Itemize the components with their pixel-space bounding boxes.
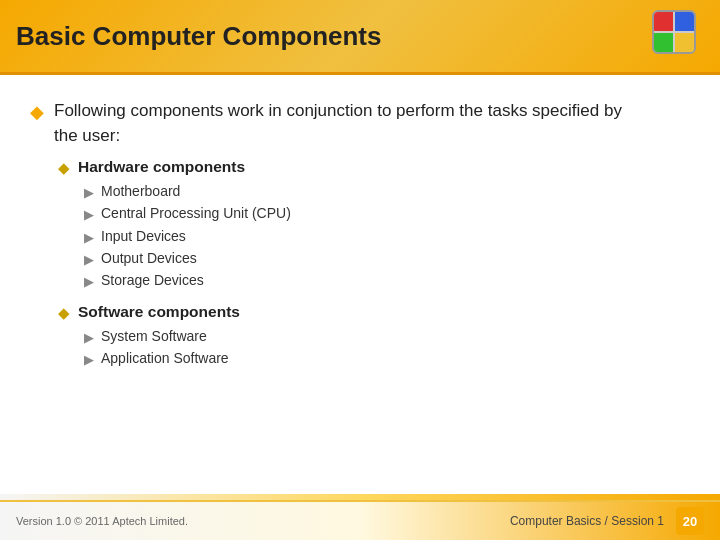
list-item: ▶ Output Devices <box>84 249 690 269</box>
hardware-item-4: Output Devices <box>101 249 197 269</box>
hardware-item-1: Motherboard <box>101 182 180 202</box>
bullet-icon-hardware: ◆ <box>58 157 70 178</box>
slide-footer: Version 1.0 © 2011 Aptech Limited. Compu… <box>0 500 720 540</box>
bullet-icon-intro: ◆ <box>30 101 44 124</box>
software-item-1: System Software <box>101 327 207 347</box>
software-items: ▶ System Software ▶ Application Software <box>84 327 690 369</box>
list-item: ▶ Application Software <box>84 349 690 369</box>
logo-block-green <box>654 33 673 52</box>
intro-item: ◆ Following components work in conjuncti… <box>30 99 690 148</box>
footer-course: Computer Basics / Session 1 <box>510 514 664 528</box>
hardware-items: ▶ Motherboard ▶ Central Processing Unit … <box>84 182 690 291</box>
logo <box>652 10 704 62</box>
footer-right: Computer Basics / Session 1 20 <box>510 507 704 535</box>
logo-icon <box>652 10 696 54</box>
slide-content: ◆ Following components work in conjuncti… <box>0 75 720 390</box>
hardware-label: Hardware components <box>78 156 245 178</box>
footer-page-number: 20 <box>676 507 704 535</box>
bullet-icon-software: ◆ <box>58 302 70 323</box>
bullet-arrow-sw-1: ▶ <box>84 329 94 347</box>
software-section: ◆ Software components ▶ System Software … <box>58 301 690 369</box>
list-item: ▶ Motherboard <box>84 182 690 202</box>
hardware-heading-item: ◆ Hardware components <box>58 156 690 178</box>
list-item: ▶ System Software <box>84 327 690 347</box>
bullet-arrow-3: ▶ <box>84 229 94 247</box>
bullet-arrow-1: ▶ <box>84 184 94 202</box>
slide-title: Basic Computer Components <box>16 21 382 52</box>
logo-block-yellow <box>675 33 694 52</box>
hardware-item-3: Input Devices <box>101 227 186 247</box>
logo-block-blue <box>675 12 694 31</box>
software-heading-item: ◆ Software components <box>58 301 690 323</box>
bullet-arrow-5: ▶ <box>84 273 94 291</box>
list-item: ▶ Input Devices <box>84 227 690 247</box>
software-label: Software components <box>78 301 240 323</box>
logo-block-red <box>654 12 673 31</box>
list-item: ▶ Central Processing Unit (CPU) <box>84 204 690 224</box>
hardware-section: ◆ Hardware components ▶ Motherboard ▶ Ce… <box>58 156 690 291</box>
intro-text: Following components work in conjunction… <box>54 99 622 148</box>
bullet-arrow-sw-2: ▶ <box>84 351 94 369</box>
footer-version: Version 1.0 © 2011 Aptech Limited. <box>16 515 188 527</box>
bullet-arrow-4: ▶ <box>84 251 94 269</box>
slide-header: Basic Computer Components <box>0 0 720 75</box>
bullet-arrow-2: ▶ <box>84 206 94 224</box>
hardware-item-2: Central Processing Unit (CPU) <box>101 204 291 224</box>
list-item: ▶ Storage Devices <box>84 271 690 291</box>
software-item-2: Application Software <box>101 349 229 369</box>
hardware-item-5: Storage Devices <box>101 271 204 291</box>
